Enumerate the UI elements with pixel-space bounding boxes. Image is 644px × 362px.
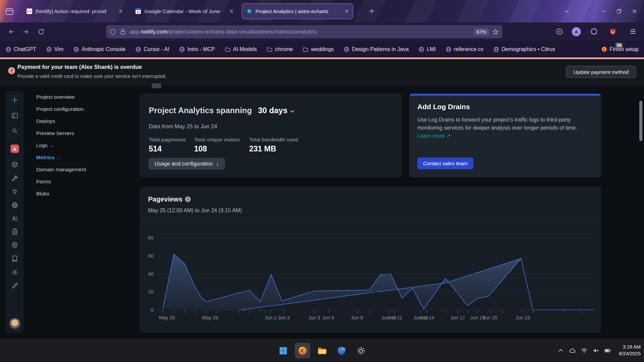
- extension-badge-count: 56: [615, 43, 623, 48]
- tray-speaker-mute-icon[interactable]: [593, 347, 599, 354]
- new-tab-button[interactable]: [366, 5, 377, 17]
- sidebar-item-blobs[interactable]: Blobs: [36, 190, 49, 198]
- tab-close-icon[interactable]: [118, 8, 124, 14]
- tab-close-icon[interactable]: [344, 8, 350, 14]
- sidebar-item-logs[interactable]: Logs: [36, 141, 54, 149]
- user-avatar[interactable]: [9, 318, 20, 329]
- tray-cloud-icon[interactable]: [569, 347, 576, 354]
- sidebar-item-forms[interactable]: Forms: [36, 178, 51, 186]
- zoom-level-button[interactable]: 67%: [474, 28, 489, 36]
- rail-extensions-box-icon[interactable]: [11, 161, 18, 168]
- range-selector-dropdown[interactable]: 30 days: [258, 106, 295, 115]
- url-text: app.netlify.com/projects/astro-echarts-d…: [130, 29, 470, 35]
- rail-integrations-plug-icon[interactable]: [11, 188, 18, 195]
- taskbar-firefox-icon[interactable]: [295, 343, 310, 358]
- browser-tab-1[interactable]: [Netlify] Action required: provid: [22, 3, 127, 19]
- rail-sidebar-panel-icon[interactable]: [11, 112, 18, 119]
- usage-configuration-button[interactable]: Usage and configuration↓: [148, 158, 225, 170]
- tray-wifi-icon[interactable]: [581, 347, 588, 354]
- rail-docs-book-icon[interactable]: [11, 256, 18, 263]
- pageviews-chart-card: Pageviews i May 25 (12:00 AM) to Jun 24 …: [140, 187, 601, 332]
- pocket-icon[interactable]: [554, 26, 565, 37]
- stat-label: Total pageviews: [149, 137, 194, 143]
- rail-security-shield-icon[interactable]: [11, 242, 18, 249]
- url-bar[interactable]: app.netlify.com/projects/astro-echarts-d…: [106, 25, 502, 38]
- rail-members-users-icon[interactable]: [11, 215, 18, 222]
- banner-title: Payment for your team (Alex Shank) is ov…: [17, 64, 142, 70]
- sidebar-item-preview-servers[interactable]: Preview Servers: [36, 129, 74, 137]
- tab-title: Google Calendar - Week of June: [144, 8, 226, 14]
- ublock-shield-icon[interactable]: [607, 26, 618, 37]
- rail-netlify-logo-icon[interactable]: [11, 97, 18, 104]
- bookmark-label: reference cv: [454, 46, 484, 52]
- forward-button[interactable]: [19, 26, 32, 38]
- bookmark-reference-cv[interactable]: reference cv: [446, 46, 484, 52]
- gridline: [158, 310, 594, 310]
- minimize-button[interactable]: [596, 5, 611, 18]
- taskbar-clock[interactable]: 3:16 AM 6/24/2025: [619, 344, 641, 357]
- bookmark-ai-models[interactable]: AI Models: [225, 46, 257, 52]
- log-drains-body: Use Log Drains to forward your project’s…: [417, 116, 587, 140]
- folder-icon: [267, 46, 273, 52]
- rail-forms-clipboard-icon[interactable]: [11, 228, 18, 235]
- browser-tab-3[interactable]: Project Analytics | astro-echarts: [242, 3, 353, 19]
- pageviews-area-fill: [163, 254, 521, 310]
- tray-chevron-up-icon[interactable]: [557, 347, 564, 354]
- close-window-button[interactable]: [627, 5, 642, 18]
- x-axis-label: Jun 17: [451, 315, 465, 320]
- rail-search-icon[interactable]: [11, 128, 18, 135]
- list-all-tabs-button[interactable]: [559, 5, 574, 18]
- bookmark-intro-mcp[interactable]: Intro - MCP: [179, 46, 215, 52]
- bookmark-chatgpt[interactable]: ChatGPT: [5, 46, 36, 52]
- taskbar-windows-security-icon[interactable]: [334, 343, 349, 358]
- rail-team-avatar-a-icon[interactable]: A: [10, 145, 19, 153]
- bookmark-star-icon[interactable]: [492, 29, 499, 35]
- sidebar-item-metrics[interactable]: Metrics: [36, 153, 61, 162]
- lock-icon[interactable]: [120, 29, 126, 35]
- bookmark-design-patterns-in-java[interactable]: Design Patterns in Java: [343, 46, 409, 52]
- bookmark-chrome[interactable]: chrome: [267, 46, 293, 52]
- stat-value: 108: [194, 144, 249, 153]
- bookmark-lmi[interactable]: LMI: [418, 46, 436, 52]
- globe-icon: [135, 46, 141, 52]
- rail-edit-pencil-icon[interactable]: [11, 282, 18, 289]
- firefox-view-icon[interactable]: [5, 7, 14, 16]
- tray-battery-icon[interactable]: [604, 347, 611, 354]
- learn-more-link[interactable]: Learn more ↗: [417, 133, 451, 139]
- bookmark-weddings[interactable]: weddings: [303, 46, 334, 52]
- extension-puzzle-icon[interactable]: [588, 26, 600, 37]
- scrollbar-thumb[interactable]: [639, 101, 642, 141]
- browser-titlebar: [Netlify] Action required: provid31Googl…: [0, 0, 644, 22]
- update-payment-button[interactable]: Update payment method: [566, 66, 636, 78]
- sidebar-item-deploys[interactable]: Deploys: [36, 117, 55, 125]
- netlify-tab-icon: [246, 8, 252, 14]
- x-axis-tick: [271, 310, 271, 313]
- taskbar-start-icon[interactable]: [275, 343, 291, 358]
- hamburger-menu-icon[interactable]: [627, 26, 639, 37]
- x-axis-tick: [357, 310, 357, 313]
- restore-button[interactable]: [611, 5, 627, 18]
- taskbar-settings-icon[interactable]: [353, 343, 369, 358]
- rail-build-wrench-icon[interactable]: [11, 175, 18, 182]
- rail-settings-gear-icon[interactable]: [11, 269, 18, 276]
- taskbar-file-explorer-icon[interactable]: [314, 343, 330, 358]
- rail-domains-globe-icon[interactable]: [11, 202, 18, 209]
- tab-close-icon[interactable]: [229, 8, 234, 14]
- bookmark-vim[interactable]: Vim: [46, 46, 63, 52]
- sidebar-item-domain-management[interactable]: Domain management: [36, 166, 86, 174]
- contact-sales-button[interactable]: Contact sales team: [417, 157, 473, 169]
- reload-button[interactable]: [35, 26, 47, 38]
- browser-tab-2[interactable]: 31Google Calendar - Week of June: [131, 3, 238, 19]
- sidebar-item-label: Metrics: [36, 154, 54, 161]
- back-button[interactable]: [5, 26, 18, 38]
- sidebar-item-project-overview[interactable]: Project overview: [36, 93, 75, 101]
- account-avatar-icon[interactable]: A: [572, 27, 581, 36]
- bookmark-demographics-citrus[interactable]: Demographics • Citrus: [493, 46, 555, 52]
- sidebar-item-label: Preview Servers: [36, 130, 74, 136]
- bookmark-cursor-ai[interactable]: Cursor - AI: [135, 46, 169, 52]
- info-icon[interactable]: i: [185, 196, 191, 202]
- chart-plot-area: 806040200May 26May 29Jun 2Jun 3Jun 5Jun …: [158, 238, 594, 310]
- sidebar-item-project-configuration[interactable]: Project configuration: [36, 105, 84, 113]
- tracking-protection-shield-icon[interactable]: [109, 29, 116, 35]
- bookmark-anthropic-console[interactable]: Anthropic Console: [73, 46, 126, 52]
